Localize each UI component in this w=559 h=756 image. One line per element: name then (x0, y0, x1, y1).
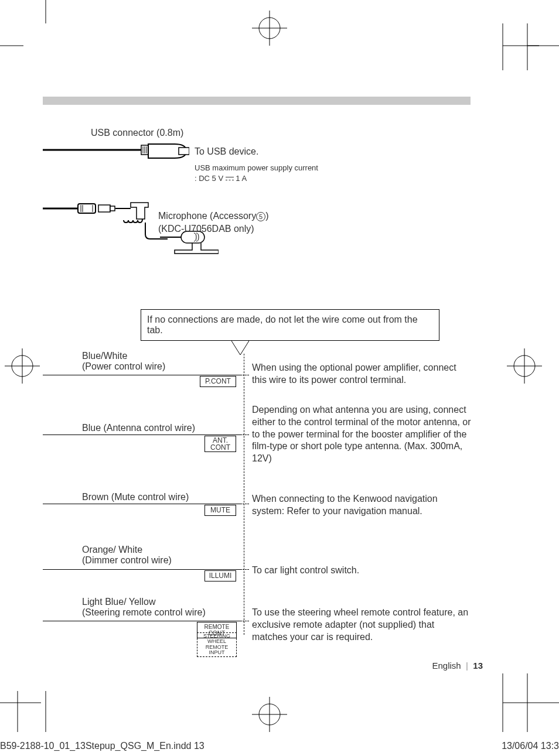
wire-line-illumi (43, 569, 240, 570)
wire-label-pcont: Blue/White (Power control wire) (82, 351, 165, 372)
wire-tag-antcont: ANT.CONT (204, 436, 236, 452)
dc-symbol-icon (226, 177, 234, 182)
wire-line-antcont (43, 435, 240, 435)
wire-label-illumi: Orange/ White (Dimmer control wire) (82, 545, 172, 566)
wire-color: Brown (Mute control wire) (82, 492, 189, 502)
wire-dash-antcont (240, 435, 249, 435)
wire-desc-pcont: When using the optional power amplifier,… (252, 362, 472, 386)
usb-max-current-line1: USB maximum power supply current (195, 163, 318, 172)
wire-color: Orange/ White (82, 545, 142, 555)
callout-text: If no connections are made, do not let t… (147, 314, 418, 335)
wire-tag2a: STEERING WHEEL (203, 633, 230, 644)
wire-desc-illumi: To car light control switch. (252, 565, 472, 577)
microphone-label: Microphone (Accessory5) (KDC-U7056DAB on… (158, 210, 269, 235)
svg-marker-39 (231, 341, 249, 355)
wire-color: Blue (Antenna control wire) (82, 423, 195, 433)
svg-rect-29 (179, 148, 189, 155)
wire-dash-mute (240, 504, 249, 504)
usb-connector-label: USB connector (0.8m) (91, 128, 183, 138)
usb-to-label: To USB device. (195, 146, 258, 157)
wire-color: Light Blue/ Yellow (82, 597, 155, 607)
mic-line1-suffix: ) (265, 211, 268, 221)
circled-number-icon: 5 (256, 212, 265, 221)
usb-max-current-suffix: 1 A (234, 174, 247, 183)
wiring-warning-callout: If no connections are made, do not let t… (141, 309, 439, 341)
central-dashed-line (244, 354, 244, 635)
wire-line-pcont (43, 375, 240, 375)
wire-tag-illumi: ILLUMI (204, 570, 236, 581)
wire-label-remotecont: Light Blue/ Yellow (Steering remote cont… (82, 597, 206, 618)
wire-desc-antcont: Depending on what antenna you are using,… (252, 404, 472, 465)
wire-label-antcont: Blue (Antenna control wire) (82, 423, 195, 433)
mic-line1-prefix: Microphone (Accessory (158, 211, 256, 221)
slug-file: B59-2188-10_01_13Stepup_QSG_M_En.indd 13 (0, 741, 204, 751)
wire-color: Blue/White (82, 351, 127, 361)
wire-tag2-remotecont: STEERING WHEEL REMOTE INPUT (197, 632, 237, 657)
usb-max-current: USB maximum power supply current : DC 5 … (195, 163, 318, 184)
wire-desc-remotecont: To use the steering wheel remote control… (252, 607, 472, 643)
wire-line-remotecont (43, 621, 240, 621)
wire-dash-remotecont (240, 621, 249, 621)
slug-timestamp: 13/06/04 13:3 (502, 741, 559, 751)
page-footer: English | 13 (432, 661, 483, 671)
wire-name: (Steering remote control wire) (82, 607, 206, 617)
wire-desc-mute: When connecting to the Kenwood navigatio… (252, 493, 472, 518)
wire-label-mute: Brown (Mute control wire) (82, 492, 189, 502)
footer-page-number: 13 (473, 661, 483, 671)
footer-sep: | (466, 661, 468, 671)
wire-tag-mute: MUTE (204, 505, 236, 516)
wire-dash-pcont (240, 375, 249, 375)
svg-rect-35 (98, 205, 110, 212)
svg-rect-36 (110, 206, 115, 211)
wire-name: (Dimmer control wire) (82, 555, 172, 565)
footer-lang: English (432, 661, 461, 671)
wire-dash-illumi (240, 569, 249, 570)
wire-line-mute (43, 504, 240, 504)
mic-line2: (KDC-U7056DAB only) (158, 224, 254, 234)
wire-tag2b: REMOTE INPUT (206, 644, 229, 655)
wire-tag-pcont: P.CONT (200, 376, 236, 387)
callout-pointer-icon (231, 341, 249, 358)
usb-connector-drawing (43, 139, 189, 163)
usb-max-current-prefix: : DC 5 V (195, 174, 226, 183)
wire-name: (Power control wire) (82, 361, 165, 371)
